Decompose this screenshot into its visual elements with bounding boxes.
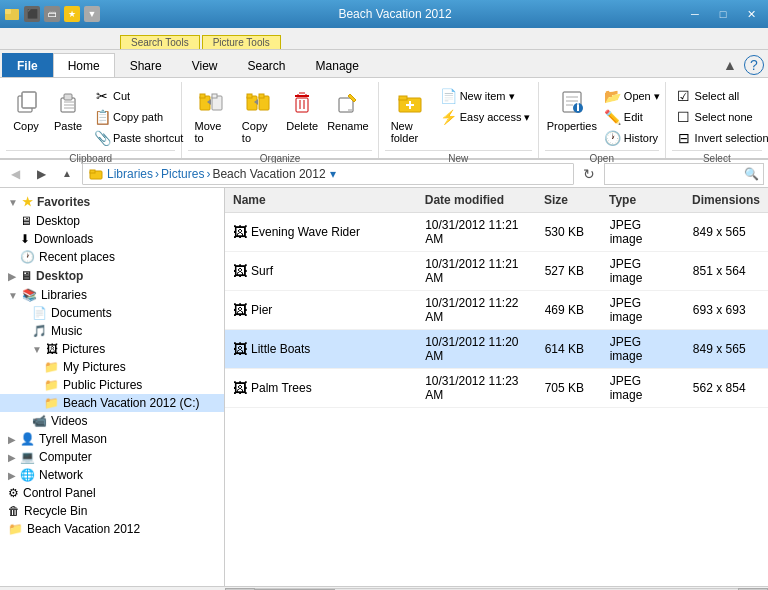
cut-button[interactable]: ✂ Cut [90, 86, 187, 106]
nav-item-documents[interactable]: 📄 Documents [0, 304, 224, 322]
nav-item-libraries[interactable]: ▼ 📚 Libraries [0, 286, 224, 304]
select-none-button[interactable]: ☐ Select none [672, 107, 768, 127]
copy-large-button[interactable]: Copy [6, 82, 46, 136]
address-bar-row: ◀ ▶ ▲ Libraries › Pictures › Beach Vacat… [0, 160, 768, 188]
new-folder-button[interactable]: New folder [385, 82, 435, 148]
back-button[interactable]: ◀ [4, 163, 26, 185]
open-icon: 📂 [605, 88, 621, 104]
horizontal-scrollbar[interactable]: ◀ ▶ [0, 586, 768, 590]
rename-button[interactable]: Rename [324, 82, 371, 136]
nav-item-my-pictures[interactable]: 📁 My Pictures [0, 358, 224, 376]
beach-vacation-2-icon: 📁 [8, 522, 23, 536]
paste-large-button[interactable]: Paste [48, 82, 88, 136]
user-icon: 👤 [20, 432, 35, 446]
col-header-dims[interactable]: Dimensions [684, 191, 768, 209]
nav-item-desktop[interactable]: 🖥 Desktop [0, 212, 224, 230]
col-header-type[interactable]: Type [601, 191, 684, 209]
copy-path-icon: 📋 [94, 109, 110, 125]
properties-icon [556, 86, 588, 118]
tab-view[interactable]: View [177, 53, 233, 77]
tab-file[interactable]: File [2, 53, 53, 77]
close-button[interactable]: ✕ [738, 4, 764, 24]
delete-icon [286, 86, 318, 118]
nav-item-recycle-bin[interactable]: 🗑 Recycle Bin [0, 502, 224, 520]
tab-manage[interactable]: Manage [301, 53, 374, 77]
nav-item-control-panel[interactable]: ⚙ Control Panel [0, 484, 224, 502]
table-row[interactable]: 🖼 Evening Wave Rider 10/31/2012 11:21 AM… [225, 213, 768, 252]
ribbon-tabs: File Home Share View Search Manage ▲ ? [0, 50, 768, 78]
forward-button[interactable]: ▶ [30, 163, 52, 185]
help-btn[interactable]: ? [744, 55, 764, 75]
col-header-date[interactable]: Date modified [417, 191, 536, 209]
network-expand-icon: ▶ [8, 470, 16, 481]
nav-item-pictures[interactable]: ▼ 🖼 Pictures [0, 340, 224, 358]
paste-shortcut-button[interactable]: 📎 Paste shortcut [90, 128, 187, 148]
music-icon: 🎵 [32, 324, 47, 338]
file-list-header: Name Date modified Size Type Dimensions [225, 188, 768, 213]
up-button[interactable]: ▲ [56, 163, 78, 185]
svg-rect-42 [90, 170, 95, 173]
nav-item-music[interactable]: 🎵 Music [0, 322, 224, 340]
new-item-button[interactable]: 📄 New item ▾ [437, 86, 535, 106]
svg-rect-6 [64, 94, 72, 100]
history-button[interactable]: 🕐 History [601, 128, 664, 148]
move-to-button[interactable]: Move to [188, 82, 233, 148]
table-row[interactable]: 🖼 Surf 10/31/2012 11:21 AM 527 KB JPEG i… [225, 252, 768, 291]
nav-item-network[interactable]: ▶ 🌐 Network [0, 466, 224, 484]
new-group: New folder 📄 New item ▾ ⚡ Easy access ▾ … [379, 82, 539, 158]
tab-search[interactable]: Search [233, 53, 301, 77]
recent-places-icon: 🕐 [20, 250, 35, 264]
documents-icon: 📄 [32, 306, 47, 320]
svg-rect-18 [259, 94, 264, 98]
favorites-section[interactable]: ▼ ★ Favorites [0, 192, 224, 212]
table-row[interactable]: 🖼 Little Boats 10/31/2012 11:20 AM 614 K… [225, 330, 768, 369]
col-header-name[interactable]: Name [225, 191, 417, 209]
nav-item-tyrell-mason[interactable]: ▶ 👤 Tyrell Mason [0, 430, 224, 448]
organize-group: Move to Copy to Delete Rename O [182, 82, 378, 158]
tab-home[interactable]: Home [53, 53, 115, 77]
favorites-expand-icon: ▼ [8, 197, 18, 208]
edit-button[interactable]: ✏️ Edit [601, 107, 664, 127]
maximize-button[interactable]: □ [710, 4, 736, 24]
invert-selection-button[interactable]: ⊟ Invert selection [672, 128, 768, 148]
svg-rect-13 [212, 94, 217, 98]
tab-share[interactable]: Share [115, 53, 177, 77]
collapse-ribbon-btn[interactable]: ▲ [720, 55, 740, 75]
refresh-button[interactable]: ↻ [578, 163, 600, 185]
copy-path-button[interactable]: 📋 Copy path [90, 107, 187, 127]
search-tools-label: Search Tools [120, 35, 200, 49]
nav-item-videos[interactable]: 📹 Videos [0, 412, 224, 430]
svg-rect-1 [5, 9, 11, 14]
computer-icon: 💻 [20, 450, 35, 464]
address-path[interactable]: Libraries › Pictures › Beach Vacation 20… [82, 163, 574, 185]
easy-access-button[interactable]: ⚡ Easy access ▾ [437, 107, 535, 127]
search-box[interactable]: 🔍 [604, 163, 764, 185]
table-row[interactable]: 🖼 Pier 10/31/2012 11:22 AM 469 KB JPEG i… [225, 291, 768, 330]
nav-item-public-pictures[interactable]: 📁 Public Pictures [0, 376, 224, 394]
select-all-button[interactable]: ☑ Select all [672, 86, 768, 106]
downloads-icon: ⬇ [20, 232, 30, 246]
nav-item-recent-places[interactable]: 🕐 Recent places [0, 248, 224, 266]
desktop-section[interactable]: ▶ 🖥 Desktop [0, 266, 224, 286]
search-input[interactable] [609, 167, 744, 181]
open-group: Properties 📂 Open ▾ ✏️ Edit 🕐 History Op… [539, 82, 666, 158]
nav-item-downloads[interactable]: ⬇ Downloads [0, 230, 224, 248]
nav-item-beach-vacation[interactable]: 📁 Beach Vacation 2012 (C:) [0, 394, 224, 412]
copy-to-button[interactable]: Copy to [236, 82, 280, 148]
nav-item-beach-vacation-2[interactable]: 📁 Beach Vacation 2012 [0, 520, 224, 538]
file-icon: 🖼 [233, 380, 247, 396]
file-icon: 🖼 [233, 341, 247, 357]
new-item-icon: 📄 [441, 88, 457, 104]
favorites-star-icon: ★ [22, 195, 33, 209]
properties-button[interactable]: Properties [545, 82, 599, 136]
main-content: ▼ ★ Favorites 🖥 Desktop ⬇ Downloads 🕐 Re… [0, 188, 768, 586]
table-row[interactable]: 🖼 Palm Trees 10/31/2012 11:23 AM 705 KB … [225, 369, 768, 408]
delete-button[interactable]: Delete [282, 82, 322, 136]
open-button[interactable]: 📂 Open ▾ [601, 86, 664, 106]
nav-item-computer[interactable]: ▶ 💻 Computer [0, 448, 224, 466]
my-pictures-icon: 📁 [44, 360, 59, 374]
minimize-button[interactable]: ─ [682, 4, 708, 24]
col-header-size[interactable]: Size [536, 191, 601, 209]
pictures-icon: 🖼 [46, 342, 58, 356]
window-controls[interactable]: ─ □ ✕ [682, 4, 764, 24]
